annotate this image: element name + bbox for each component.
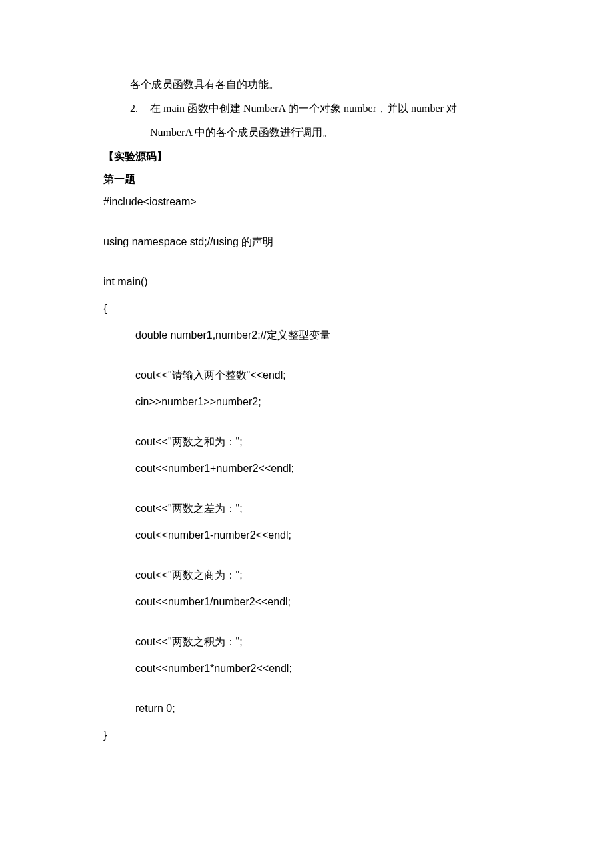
code-text: "; xyxy=(236,436,243,447)
heading-question-1: 第一题 xyxy=(103,171,533,187)
code-text: "; xyxy=(236,636,243,647)
blank-line xyxy=(103,687,533,701)
code-using: using namespace std;//using 的声明 xyxy=(103,234,533,250)
code-cout-diff: cout<<number1-number2<<endl; xyxy=(103,527,533,543)
blank-line xyxy=(103,421,533,434)
code-cout-mul: cout<<number1*number2<<endl; xyxy=(103,661,533,677)
code-comment: 定义整型变量 xyxy=(267,329,330,341)
code-string: 两数之和为： xyxy=(172,436,236,447)
code-cout-mul-label: cout<<"两数之积为："; xyxy=(103,634,533,650)
blank-line xyxy=(103,487,533,501)
blank-line xyxy=(103,354,533,367)
code-text: "<<endl; xyxy=(247,369,286,381)
code-string: 请输入两个整数 xyxy=(172,369,247,381)
code-cout-sum: cout<<number1+number2<<endl; xyxy=(103,461,533,477)
code-text: cout<<" xyxy=(135,569,172,581)
list-text: 在 main 函数中创建 NumberA 的一个对象 number，并以 num… xyxy=(150,101,533,117)
code-text: cout<<" xyxy=(135,369,172,381)
code-return: return 0; xyxy=(103,701,533,717)
code-cout-prompt: cout<<"请输入两个整数"<<endl; xyxy=(103,367,533,383)
code-cin: cin>>number1>>number2; xyxy=(103,394,533,410)
code-string: 两数之积为： xyxy=(172,636,236,647)
code-cout-div-label: cout<<"两数之商为："; xyxy=(103,567,533,583)
list-text: 各个成员函数具有各自的功能。 xyxy=(130,79,279,90)
code-text: cout<<" xyxy=(135,636,172,647)
code-cout-diff-label: cout<<"两数之差为："; xyxy=(103,501,533,517)
list-text: NumberA 中的各个成员函数进行调用。 xyxy=(150,127,333,138)
blank-line xyxy=(103,221,533,234)
code-text: "; xyxy=(236,503,243,514)
code-text: double number1,number2;// xyxy=(135,329,267,341)
list-item-2-continuation: NumberA 中的各个成员函数进行调用。 xyxy=(103,125,533,141)
document-page: 各个成员函数具有各自的功能。 2. 在 main 函数中创建 NumberA 的… xyxy=(0,0,613,807)
code-cout-div: cout<<number1/number2<<endl; xyxy=(103,594,533,610)
heading-source-code: 【实验源码】 xyxy=(103,149,533,165)
code-include: #include<iostream> xyxy=(103,194,533,210)
list-number: 2. xyxy=(130,101,150,117)
list-item-1-continuation: 各个成员函数具有各自的功能。 xyxy=(103,77,533,93)
code-cout-sum-label: cout<<"两数之和为："; xyxy=(103,434,533,450)
blank-line xyxy=(103,261,533,274)
code-string: 两数之商为： xyxy=(172,569,236,581)
code-main-decl: int main() xyxy=(103,274,533,290)
code-text: cout<<" xyxy=(135,503,172,514)
code-text: "; xyxy=(236,569,243,581)
list-item-2: 2. 在 main 函数中创建 NumberA 的一个对象 number，并以 … xyxy=(103,101,533,117)
blank-line xyxy=(103,621,533,634)
code-text: using namespace std;//using xyxy=(103,236,241,247)
code-var-decl: double number1,number2;//定义整型变量 xyxy=(103,327,533,343)
code-brace-close: } xyxy=(103,727,533,743)
code-brace-open: { xyxy=(103,301,533,317)
code-text: cout<<" xyxy=(135,436,172,447)
code-string: 两数之差为： xyxy=(172,503,236,514)
blank-line xyxy=(103,554,533,567)
code-comment: 的声明 xyxy=(241,236,273,247)
